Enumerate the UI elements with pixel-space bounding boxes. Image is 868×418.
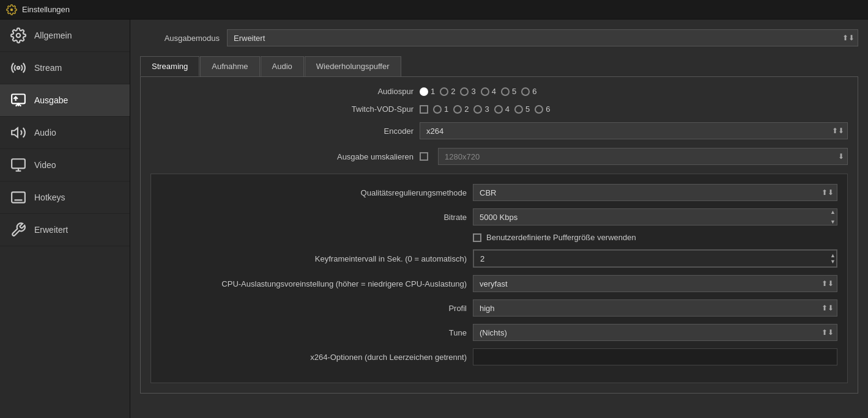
output-mode-select[interactable]: Erweitert Einfach [227, 29, 858, 46]
encoder-select-wrapper: x264 NVENC ⬆⬇ [420, 122, 848, 139]
sidebar-item-ausgabe[interactable]: Ausgabe [0, 84, 130, 117]
profil-select[interactable]: high main baseline [473, 299, 837, 317]
twitch-radio-circle-1 [433, 105, 442, 114]
tab-wiederholungspuffer[interactable]: Wiederholungspuffer [305, 56, 401, 76]
sidebar-label-allgemein: Allgemein [34, 31, 72, 40]
audiospur-label: Audiospur [150, 87, 414, 96]
qualitat-select[interactable]: CBR VBR ABR [473, 184, 837, 201]
keyframe-input[interactable] [473, 250, 837, 267]
puffer-checkbox[interactable] [473, 233, 481, 242]
twitch-radio-4[interactable]: 4 [494, 105, 510, 114]
twitch-radio-1[interactable]: 1 [433, 105, 448, 114]
twitch-row: Twitch-VOD-Spur 1 2 3 [150, 105, 848, 114]
window-title: Einstellungen [22, 5, 70, 14]
audiospur-radio-4[interactable]: 4 [481, 87, 496, 96]
audiospur-radio-2[interactable]: 2 [440, 87, 455, 96]
svg-point-1 [17, 34, 21, 38]
bitrate-row: Bitrate ▲ ▼ [161, 208, 837, 226]
twitch-radio-2[interactable]: 2 [453, 105, 469, 114]
umskalieren-checkbox[interactable] [420, 152, 428, 161]
bitrate-select-wrapper: ▲ ▼ [473, 208, 837, 226]
tab-content-streaming: Audiospur 1 2 3 [140, 76, 858, 394]
x264-input-wrapper [473, 348, 837, 365]
audiospur-radio-1[interactable]: 1 [420, 87, 435, 96]
sidebar-item-audio[interactable]: Audio [0, 117, 130, 149]
audiospur-radio-6[interactable]: 6 [521, 87, 536, 96]
twitch-label: Twitch-VOD-Spur [150, 105, 414, 114]
profil-row: Profil high main baseline ⬆⬇ [161, 299, 837, 317]
puffer-checkbox-box [473, 233, 481, 242]
x264-row: x264-Optionen (durch Leerzeichen getrenn… [161, 348, 837, 365]
radio-circle-1 [420, 87, 428, 96]
tab-audio[interactable]: Audio [261, 56, 304, 76]
output-mode-select-wrapper: Erweitert Einfach ⬆⬇ [227, 29, 858, 46]
twitch-radio-circle-2 [453, 105, 462, 114]
audiospur-label-1: 1 [431, 87, 435, 96]
tab-streaming[interactable]: Streaming [140, 56, 199, 76]
svg-point-0 [10, 8, 13, 11]
twitch-radio-circle-3 [473, 105, 482, 114]
audiospur-radio-5[interactable]: 5 [501, 87, 516, 96]
audiospur-label-2: 2 [451, 87, 455, 96]
sidebar-label-audio: Audio [34, 128, 56, 138]
output-mode-row: Ausgabemodus Erweitert Einfach ⬆⬇ [140, 29, 858, 46]
sidebar-label-stream: Stream [34, 63, 62, 73]
audio-icon [10, 124, 27, 141]
umskalieren-checkbox-box [420, 152, 428, 161]
sidebar-item-hotkeys[interactable]: Hotkeys [0, 182, 130, 214]
output-mode-label: Ausgabemodus [140, 34, 220, 43]
x264-input[interactable] [473, 348, 837, 365]
inner-section: Qualitätsregulierungsmethode CBR VBR ABR… [150, 174, 848, 383]
bitrate-label: Bitrate [161, 213, 467, 222]
bitrate-input[interactable] [473, 208, 837, 226]
wrench-icon [10, 221, 27, 238]
keyframe-spinner: ▲ ▼ [830, 252, 836, 265]
umskalieren-label: Ausgabe umskalieren [150, 152, 414, 161]
tune-select-wrapper: (Nichts) film animation ⬆⬇ [473, 324, 837, 341]
keyframe-up-arrow[interactable]: ▲ [830, 252, 836, 258]
tune-select[interactable]: (Nichts) film animation [473, 324, 837, 341]
twitch-checkbox-box [420, 105, 428, 114]
umskalieren-row: Ausgabe umskalieren 1280x720 ⬇ [150, 148, 848, 165]
sidebar: Allgemein Stream [0, 20, 130, 418]
sidebar-item-stream[interactable]: Stream [0, 52, 130, 84]
qualitat-select-wrapper: CBR VBR ABR ⬆⬇ [473, 184, 837, 201]
svg-marker-6 [12, 128, 18, 137]
bitrate-up-arrow[interactable]: ▲ [830, 209, 836, 215]
puffer-label: Benutzerdefinierte Puffergröße verwenden [486, 233, 636, 242]
twitch-checkbox[interactable] [420, 105, 428, 114]
twitch-label-4: 4 [505, 105, 510, 114]
radio-circle-4 [481, 87, 489, 96]
audiospur-label-3: 3 [471, 87, 475, 96]
profil-label: Profil [161, 304, 467, 313]
svg-point-2 [17, 67, 20, 69]
bitrate-down-arrow[interactable]: ▼ [830, 219, 836, 225]
keyframe-row: Keyframeintervall in Sek. (0 = automatis… [161, 249, 837, 268]
umskalieren-select[interactable]: 1280x720 [438, 148, 848, 165]
tune-label: Tune [161, 328, 467, 337]
settings-icon [6, 4, 17, 15]
bitrate-spinner: ▲ ▼ [829, 208, 836, 226]
sidebar-item-erweitert[interactable]: Erweitert [0, 214, 130, 246]
output-icon [10, 92, 27, 109]
tab-aufnahme[interactable]: Aufnahme [200, 56, 259, 76]
keyframe-down-arrow[interactable]: ▼ [830, 258, 836, 265]
puffer-row: Benutzerdefinierte Puffergröße verwenden [161, 233, 837, 242]
cpu-select[interactable]: veryfast superfast ultrafast faster fast… [473, 275, 837, 292]
cpu-label: CPU-Auslastungsvoreinstellung (höher = n… [161, 279, 467, 288]
encoder-select[interactable]: x264 NVENC [420, 122, 848, 139]
sidebar-item-allgemein[interactable]: Allgemein [0, 20, 130, 52]
twitch-radio-5[interactable]: 5 [514, 105, 530, 114]
sidebar-label-erweitert: Erweitert [34, 225, 68, 235]
radio-circle-2 [440, 87, 448, 96]
keyboard-icon [10, 189, 27, 206]
twitch-label-3: 3 [484, 105, 489, 114]
twitch-radio-group: 1 2 3 4 5 [420, 105, 550, 114]
audiospur-radio-3[interactable]: 3 [460, 87, 475, 96]
encoder-label: Encoder [150, 127, 414, 136]
twitch-radio-6[interactable]: 6 [535, 105, 550, 114]
twitch-radio-circle-5 [514, 105, 523, 114]
twitch-radio-3[interactable]: 3 [473, 105, 489, 114]
sidebar-item-video[interactable]: Video [0, 149, 130, 182]
twitch-radio-circle-4 [494, 105, 503, 114]
